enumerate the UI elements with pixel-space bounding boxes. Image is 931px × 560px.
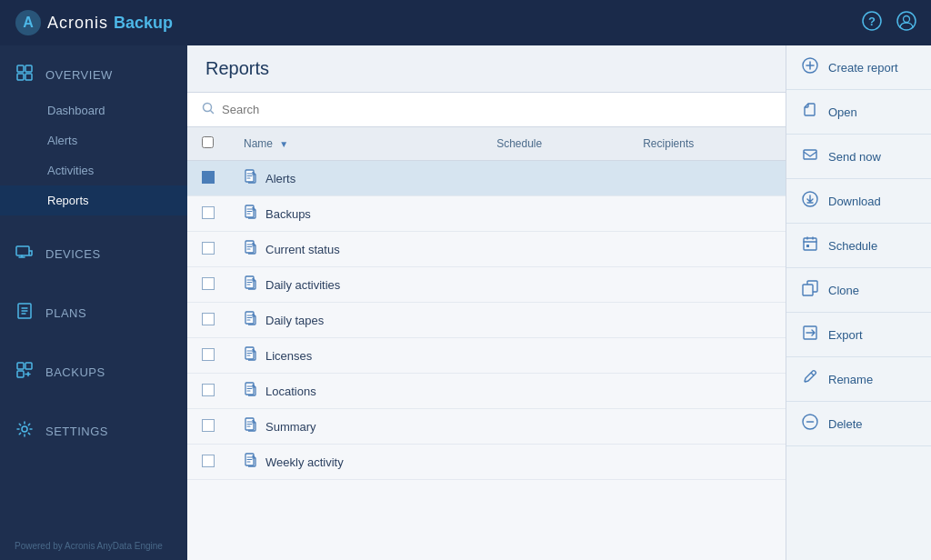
devices-label: DEVICES	[45, 247, 101, 261]
row-checkbox[interactable]	[202, 419, 215, 432]
table-row[interactable]: Weekly activity	[187, 445, 786, 480]
logo: A Acronis Backup	[15, 9, 173, 36]
row-checkbox-cell	[187, 445, 229, 480]
backups-label: BACKUPS	[45, 365, 105, 379]
report-icon	[244, 346, 258, 365]
schedule-icon	[801, 235, 819, 255]
sidebar-item-settings[interactable]: SETTINGS	[0, 411, 187, 452]
row-checkbox-cell	[187, 303, 229, 338]
table-row[interactable]: Alerts	[187, 161, 786, 196]
row-checkbox[interactable]	[202, 206, 215, 219]
table-header: Name ▼ Schedule Recipients	[187, 127, 786, 161]
row-name-text: Current status	[265, 243, 340, 256]
main-layout: OVERVIEW Dashboard Alerts Activities Rep…	[0, 45, 931, 560]
devices-icon	[15, 243, 35, 265]
row-name-cell: Daily tapes	[229, 303, 482, 338]
row-recipients-cell	[628, 303, 786, 338]
clone-action[interactable]: Clone	[786, 268, 931, 313]
row-checkbox-cell	[187, 232, 229, 267]
sidebar-item-plans[interactable]: PLANS	[0, 293, 187, 334]
sidebar-item-reports[interactable]: Reports	[0, 185, 187, 215]
svg-rect-29	[804, 238, 816, 250]
table-row[interactable]: Backups	[187, 196, 786, 232]
sidebar-item-devices[interactable]: DEVICES	[0, 234, 187, 275]
table-row[interactable]: Licenses	[187, 338, 786, 374]
create-report-icon	[801, 57, 819, 77]
row-checkbox-cell	[187, 196, 229, 232]
plans-icon	[15, 302, 35, 325]
create-report-action[interactable]: Create report	[786, 45, 931, 90]
table-row[interactable]: Summary	[187, 409, 786, 445]
table-body: Alerts B	[187, 161, 786, 480]
sidebar-sub-overview: Dashboard Alerts Activities Reports	[0, 95, 187, 215]
row-name-text: Summary	[265, 420, 316, 434]
table-row[interactable]: Daily activities	[187, 267, 786, 303]
reports-label: Reports	[47, 194, 89, 207]
user-icon[interactable]	[896, 11, 916, 35]
rename-action[interactable]: Rename	[786, 357, 931, 402]
schedule-header-label: Schedule	[496, 137, 542, 150]
search-icon	[202, 102, 215, 117]
sidebar-item-backups[interactable]: BACKUPS	[0, 352, 187, 393]
row-name-cell: Locations	[229, 374, 482, 409]
row-recipients-cell	[628, 445, 786, 480]
schedule-column-header[interactable]: Schedule	[482, 127, 628, 161]
row-name-text: Alerts	[265, 172, 295, 185]
svg-point-5	[904, 15, 910, 22]
row-name-cell: Current status	[229, 232, 482, 267]
search-bar	[187, 93, 786, 127]
report-icon	[244, 275, 258, 294]
open-label: Open	[828, 105, 857, 119]
svg-rect-7	[25, 65, 32, 72]
sidebar-plans-section: PLANS	[0, 284, 187, 343]
delete-icon	[801, 414, 819, 434]
row-checkbox[interactable]	[202, 313, 215, 325]
report-icon	[244, 311, 258, 329]
sort-arrow-icon: ▼	[279, 139, 288, 149]
download-icon	[801, 191, 819, 211]
row-checkbox[interactable]	[202, 455, 215, 467]
row-recipients-cell	[628, 196, 786, 232]
download-action[interactable]: Download	[786, 179, 931, 224]
sidebar-item-alerts[interactable]: Alerts	[0, 125, 187, 155]
recipients-column-header[interactable]: Recipients	[628, 127, 786, 161]
sidebar-item-dashboard[interactable]: Dashboard	[0, 95, 187, 125]
row-name-cell: Alerts	[229, 161, 482, 196]
table-row[interactable]: Locations	[187, 374, 786, 409]
open-action[interactable]: Open	[786, 90, 931, 135]
download-label: Download	[828, 195, 881, 208]
delete-action[interactable]: Delete	[786, 402, 931, 446]
row-checkbox[interactable]	[202, 384, 215, 396]
row-recipients-cell	[628, 161, 786, 196]
name-header-label: Name	[244, 137, 273, 150]
name-column-header[interactable]: Name ▼	[229, 127, 482, 161]
row-checkbox-cell	[187, 338, 229, 374]
row-checkbox[interactable]	[202, 348, 215, 361]
plans-label: PLANS	[45, 306, 86, 320]
header-icons: ?	[862, 11, 916, 35]
export-action[interactable]: Export	[786, 313, 931, 357]
row-schedule-cell	[482, 267, 628, 303]
reports-table-container: Name ▼ Schedule Recipients	[187, 127, 786, 560]
row-checkbox[interactable]	[202, 171, 215, 184]
row-name: Summary	[244, 417, 467, 435]
schedule-action[interactable]: Schedule	[786, 224, 931, 268]
table-row[interactable]: Current status	[187, 232, 786, 267]
table-row[interactable]: Daily tapes	[187, 303, 786, 338]
row-name: Daily tapes	[244, 311, 467, 329]
row-checkbox-cell	[187, 374, 229, 409]
help-icon[interactable]: ?	[862, 11, 882, 35]
sidebar-item-activities[interactable]: Activities	[0, 155, 187, 185]
actions-panel: Create report Open Send now	[786, 45, 931, 560]
rename-icon	[801, 369, 819, 389]
svg-rect-8	[17, 74, 24, 80]
row-name-cell: Summary	[229, 409, 482, 445]
sidebar-item-overview[interactable]: OVERVIEW	[0, 55, 187, 95]
select-all-checkbox[interactable]	[202, 136, 214, 148]
export-icon	[801, 325, 819, 345]
row-checkbox[interactable]	[202, 277, 215, 290]
send-now-action[interactable]: Send now	[786, 135, 931, 179]
search-input[interactable]	[222, 103, 771, 116]
row-schedule-cell	[482, 303, 628, 338]
row-checkbox[interactable]	[202, 242, 215, 255]
